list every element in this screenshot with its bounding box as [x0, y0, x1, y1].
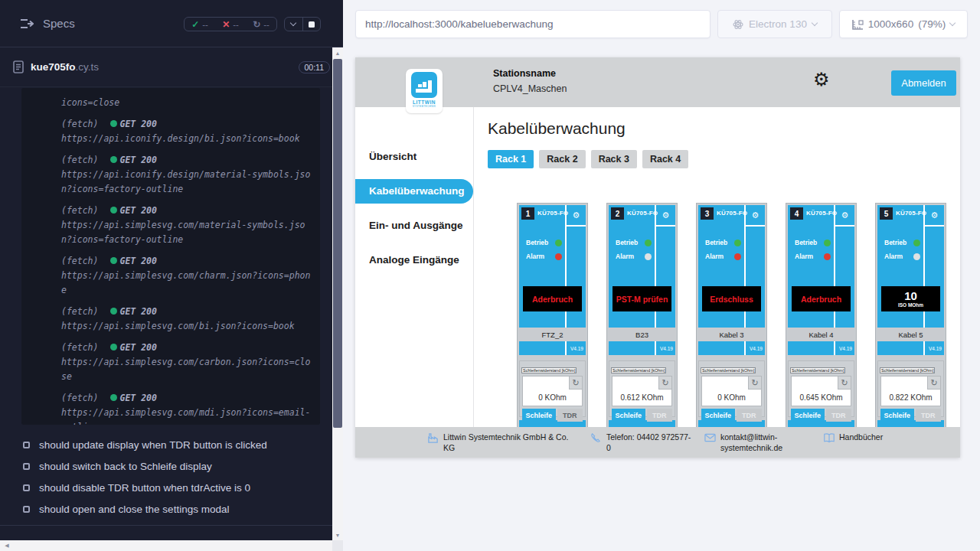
viewport-select[interactable]: 1000x660 (79%) — [839, 10, 968, 38]
footer-company: Littwin Systemtechnik GmbH & Co. KG — [427, 432, 580, 458]
cable-name: FTZ_2 — [519, 328, 586, 341]
rack-tab[interactable]: Rack 3 — [591, 150, 637, 168]
footer-email[interactable]: kontakt@littwin-systemtechnik.de — [704, 432, 797, 458]
schleife-button[interactable]: Schleife — [612, 409, 645, 422]
test-list-item[interactable]: should disable TDR button when tdrActive… — [0, 477, 343, 498]
resistance-panel: Schleifenwiderstand [kOhm] ↻ 0.612 KOhm … — [609, 360, 675, 417]
run-controls — [284, 17, 321, 31]
log-entry[interactable]: (fetch)GET 200 https://api.iconify.desig… — [61, 117, 311, 146]
tdr-button[interactable]: TDR — [557, 409, 583, 422]
rack-tab[interactable]: Rack 1 — [488, 150, 534, 168]
schleife-button[interactable]: Schleife — [880, 409, 914, 422]
log-method: (fetch) — [61, 306, 98, 317]
refresh-button[interactable]: ↻ — [658, 377, 671, 390]
device-card: 2 KÜ705-FO ⚙ Betrieb Alarm PST-M prüfen — [606, 203, 678, 437]
url-input[interactable] — [355, 10, 710, 38]
refresh-button[interactable]: ↻ — [748, 377, 761, 390]
schleife-button[interactable]: Schleife — [701, 409, 735, 422]
alarm-led — [734, 253, 741, 260]
log-meta: (fetch)GET 200 — [61, 153, 311, 168]
tdr-button[interactable]: TDR — [647, 409, 672, 422]
log-url: https://api.simplesvg.com/material-symbo… — [61, 218, 311, 247]
scroll-left-icon[interactable]: ◀ — [2, 540, 12, 551]
chevron-down-icon — [290, 20, 296, 26]
logout-button[interactable]: Abmelden — [891, 70, 956, 96]
sidebar-item[interactable]: Kabelüberwachung — [355, 179, 473, 204]
device-card: 4 KÜ705-FO ⚙ Betrieb Alarm Aderbruch Kab — [786, 203, 857, 437]
refresh-button[interactable]: ↻ — [569, 377, 582, 390]
tdr-button[interactable]: TDR — [737, 409, 762, 422]
test-title: should update display when TDR button is… — [39, 439, 267, 451]
refresh-button[interactable]: ↻ — [927, 377, 940, 390]
log-entry[interactable]: icons=close — [61, 96, 311, 110]
test-list-item[interactable]: should open and close the settings modal — [0, 498, 343, 520]
device-settings-button[interactable]: ⚙ — [925, 205, 944, 227]
test-title: should switch back to Schleife display — [39, 461, 212, 472]
cable-name: Kabel 4 — [788, 328, 854, 341]
mode-buttons: Schleife TDR — [612, 409, 672, 422]
log-method: (fetch) — [61, 256, 98, 266]
log-status-code: GET 200 — [119, 205, 156, 216]
log-meta: (fetch)GET 200 — [61, 391, 311, 406]
refresh-button[interactable]: ↻ — [838, 377, 851, 390]
log-url: https://api.iconify.design/bi.json?icons… — [61, 132, 311, 146]
test-pending-icon — [23, 463, 30, 470]
device-settings-button[interactable]: ⚙ — [835, 205, 854, 227]
gear-icon: ⚙ — [752, 211, 760, 220]
tdr-button[interactable]: TDR — [916, 409, 941, 422]
tdr-button[interactable]: TDR — [826, 409, 851, 422]
firmware-version: V4.19 — [929, 346, 942, 351]
resistance-display: ↻ 0 KOhm — [701, 376, 762, 406]
scroll-down-icon[interactable]: ▼ — [332, 530, 343, 540]
log-entry[interactable]: (fetch)GET 200 https://api.simplesvg.com… — [61, 391, 311, 425]
resistance-value: 0.612 KOhm — [612, 393, 671, 402]
betrieb-label: Betrieb — [795, 239, 821, 246]
status-text: Aderbruch — [801, 295, 841, 304]
rack-tab[interactable]: Rack 4 — [642, 150, 688, 168]
schleife-button[interactable]: Schleife — [791, 409, 825, 422]
footer-manuals[interactable]: Handbücher — [823, 432, 883, 458]
rack-tab[interactable]: Rack 2 — [539, 150, 585, 168]
spec-file-ext: .cy.ts — [76, 61, 100, 73]
chevron-down-icon — [812, 20, 818, 26]
device-settings-button[interactable]: ⚙ — [567, 205, 586, 227]
settings-gear-icon[interactable]: ⚙ — [813, 70, 830, 89]
reporter-horizontal-scrollbar[interactable]: ◀ — [0, 540, 343, 551]
collapse-sidebar-icon[interactable] — [20, 18, 34, 29]
reporter-vertical-scrollbar[interactable]: ▲ ▼ — [332, 47, 343, 540]
stop-run-button[interactable] — [302, 18, 321, 31]
scrollbar-thumb[interactable] — [333, 59, 342, 428]
phone-icon — [590, 432, 603, 444]
test-list-item[interactable]: should switch back to Schleife display — [0, 455, 343, 477]
test-pending-icon — [23, 484, 30, 491]
sidebar-item[interactable]: Ein- und Ausgänge — [355, 214, 473, 238]
led-panel: Betrieb Alarm — [705, 236, 741, 263]
schleife-button[interactable]: Schleife — [522, 409, 556, 422]
sidebar-item[interactable]: Übersicht — [355, 145, 473, 169]
device-model: KÜ705-FO — [806, 210, 837, 217]
log-status-code: GET 200 — [119, 342, 156, 353]
device-settings-button[interactable]: ⚙ — [656, 205, 675, 227]
divider — [834, 341, 835, 355]
log-entry[interactable]: (fetch)GET 200 https://api.simplesvg.com… — [61, 341, 311, 384]
scroll-up-icon[interactable]: ▲ — [332, 47, 343, 58]
device-settings-button[interactable]: ⚙ — [746, 205, 765, 227]
log-entry[interactable]: (fetch)GET 200 https://api.simplesvg.com… — [61, 254, 311, 298]
spec-file-row[interactable]: kue705fo .cy.ts 00:11 — [0, 47, 343, 87]
status-dot-icon — [110, 394, 117, 401]
status-display: PST-M prüfen — [612, 286, 671, 311]
refresh-icon: ↻ — [572, 378, 579, 388]
station-label: Stationsname — [493, 68, 567, 79]
alarm-led — [824, 253, 831, 260]
log-entry[interactable]: (fetch)GET 200 https://api.iconify.desig… — [61, 153, 311, 197]
alarm-led — [913, 253, 920, 260]
gear-icon: ⚙ — [931, 211, 939, 220]
test-list-item[interactable]: should update display when TDR button is… — [0, 434, 343, 455]
log-entry[interactable]: (fetch)GET 200 https://api.simplesvg.com… — [61, 305, 311, 334]
ruler-icon — [852, 19, 864, 30]
browser-select[interactable]: Electron 130 — [717, 10, 832, 38]
log-entry[interactable]: (fetch)GET 200 https://api.simplesvg.com… — [61, 204, 311, 247]
collapse-all-button[interactable] — [285, 18, 302, 31]
sidebar-item[interactable]: Analoge Eingänge — [355, 248, 473, 272]
alarm-label: Alarm — [526, 253, 552, 260]
